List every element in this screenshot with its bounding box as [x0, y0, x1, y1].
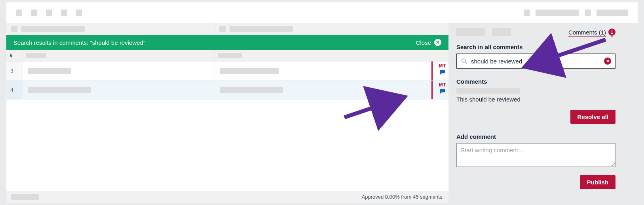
- svg-point-0: [462, 59, 465, 62]
- toolbar-right: [524, 10, 628, 16]
- toolbar-icon-placeholder[interactable]: [76, 10, 82, 16]
- source-cell[interactable]: [23, 80, 215, 99]
- header-placeholder: [218, 53, 242, 58]
- grid-body: 3 MT: [6, 61, 448, 191]
- footer-left-placeholder: [11, 194, 39, 200]
- grid-header-source: [23, 50, 215, 61]
- grid-header-target: [215, 50, 448, 61]
- source-cell[interactable]: [23, 61, 215, 80]
- row-number: 4: [6, 80, 23, 99]
- header-placeholder: [26, 53, 46, 58]
- table-row[interactable]: 3 MT: [6, 61, 448, 80]
- target-cell[interactable]: MT: [215, 80, 448, 99]
- toolbar-left: [16, 10, 82, 16]
- tab-comments-label: Comments (1): [568, 29, 606, 36]
- toolbar-icon-placeholder[interactable]: [16, 10, 22, 16]
- column-label-placeholder: [21, 26, 85, 32]
- toolbar-icon-placeholder[interactable]: [585, 10, 591, 16]
- svg-line-1: [465, 62, 467, 64]
- mt-badge: MT: [439, 82, 446, 88]
- comments-search-input[interactable]: [468, 58, 604, 65]
- grid-header-number: #: [6, 50, 23, 61]
- status-bar: Approved 0.00% from 45 segments.: [6, 191, 448, 203]
- clear-search-icon[interactable]: ✕: [604, 57, 611, 65]
- status-bar-indicator: [431, 80, 433, 99]
- editor-main: Search results in comments: "should be r…: [6, 23, 448, 203]
- publish-comment-button[interactable]: Publish: [580, 175, 616, 189]
- approval-status-text: Approved 0.00% from 45 segments.: [362, 194, 444, 200]
- editor-column-header: [6, 23, 448, 35]
- close-icon: ✕: [434, 39, 441, 46]
- comments-count-badge: 1: [608, 29, 616, 36]
- close-search-results-button[interactable]: Close ✕: [416, 39, 441, 46]
- tab-comments[interactable]: Comments (1) 1: [568, 29, 616, 36]
- comment-icon[interactable]: [439, 69, 446, 76]
- column-icon-placeholder: [11, 26, 17, 32]
- grid-header-row: #: [6, 50, 448, 61]
- comments-panel: Comments (1) 1 Search in all comments ✕ …: [448, 23, 638, 203]
- target-text-placeholder: [220, 87, 283, 93]
- resolve-all-button[interactable]: Resolve all: [570, 110, 616, 124]
- sidebar-tab-placeholder[interactable]: [456, 28, 485, 36]
- column-label-placeholder: [230, 26, 293, 32]
- add-comment-title: Add comment: [456, 133, 616, 140]
- row-badges: MT: [439, 82, 446, 95]
- comment-author-placeholder: [456, 88, 520, 94]
- close-label: Close: [416, 39, 431, 46]
- search-icon: [461, 57, 468, 65]
- column-icon-placeholder: [219, 26, 226, 32]
- comments-search-box[interactable]: ✕: [456, 54, 616, 69]
- target-cell[interactable]: MT: [215, 61, 448, 80]
- toolbar-text-placeholder: [536, 10, 579, 16]
- row-badges: MT: [439, 63, 446, 76]
- sidebar-tab-placeholder[interactable]: [492, 28, 511, 36]
- target-text-placeholder: [220, 68, 279, 74]
- table-row[interactable]: 4 MT: [6, 80, 448, 100]
- toolbar-text-placeholder: [597, 10, 628, 16]
- toolbar-icon-placeholder[interactable]: [46, 10, 52, 16]
- toolbar-icon-placeholder[interactable]: [31, 10, 37, 16]
- source-text-placeholder: [28, 68, 71, 74]
- mt-badge: MT: [439, 63, 446, 69]
- search-comments-title: Search in all comments: [456, 44, 616, 50]
- source-text-placeholder: [28, 87, 91, 93]
- row-number: 3: [6, 61, 23, 80]
- sidebar-tabs: Comments (1) 1: [456, 26, 616, 38]
- search-results-text: Search results in comments: "should be r…: [13, 39, 145, 46]
- top-toolbar: [6, 2, 638, 23]
- status-bar-indicator: [431, 61, 433, 80]
- toolbar-icon-placeholder[interactable]: [61, 10, 67, 16]
- comment-body: This should be reviewed: [456, 96, 616, 103]
- search-results-banner: Search results in comments: "should be r…: [6, 35, 448, 50]
- toolbar-icon-placeholder[interactable]: [524, 10, 530, 16]
- comments-section-title: Comments: [456, 78, 616, 85]
- add-comment-textarea[interactable]: [456, 143, 616, 167]
- comment-icon[interactable]: [439, 88, 446, 95]
